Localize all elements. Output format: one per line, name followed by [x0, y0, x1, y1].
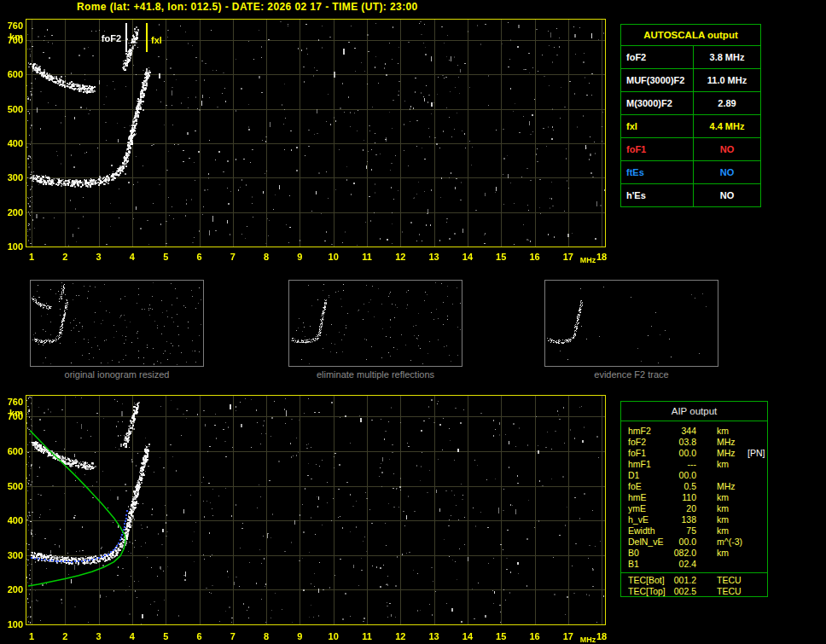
aip-unit: TECU [696, 586, 744, 597]
top-ionogram-plot [0, 15, 614, 271]
aip-note [744, 514, 767, 525]
aip-lbl: hmE [628, 492, 669, 503]
aip-unit: km [696, 426, 744, 437]
thumbnail-evidence-canvas [545, 281, 718, 366]
aip-row-fof1: foF100.0MHz[PN] [621, 448, 767, 459]
aip-note [744, 470, 767, 481]
aip-note [744, 437, 767, 448]
aip-row-hve: h_vE138km [621, 514, 767, 525]
autoscala-row-fof2: foF23.8 MHz [621, 45, 760, 68]
aip-lbl: Ewidth [628, 525, 669, 537]
aip-unit: MHz [696, 437, 744, 448]
thumbnail-original-canvas [31, 281, 203, 366]
aip-table-rows: hmF2344kmfoF203.8MHzfoF100.0MHz[PN]hmF1-… [621, 421, 767, 597]
station-date-title: Rome (lat: +41.8, lon: 012.5) - DATE: 20… [77, 1, 418, 13]
aip-val: 00.0 [669, 448, 696, 459]
aip-unit: MHz [696, 448, 744, 459]
aip-lbl: TEC[Bot] [628, 575, 669, 586]
parameter-value: 2.89 [693, 92, 760, 114]
parameter-value: 11.0 MHz [693, 69, 760, 91]
parameter-value: 3.8 MHz [693, 46, 760, 68]
autoscala-row-muf3000f2: MUF(3000)F211.0 MHz [621, 68, 760, 91]
parameter-label: foF1 [621, 138, 693, 160]
thumbnail-caption-eliminate: eliminate multiple reflections [288, 369, 462, 381]
aip-val: 001.2 [669, 575, 696, 586]
aip-val: 138 [669, 514, 696, 525]
parameter-label: foF2 [621, 46, 693, 68]
aip-unit [696, 559, 744, 570]
aip-lbl: B0 [628, 548, 669, 559]
autoscala-output-table: AUTOSCALA output foF23.8 MHzMUF(3000)F21… [620, 24, 761, 207]
aip-val: 75 [669, 525, 696, 537]
aip-lbl: h_vE [628, 514, 669, 525]
aip-unit: MHz [696, 481, 744, 492]
autoscala-row-hes: h'EsNO [621, 183, 760, 206]
thumbnail-eliminate-canvas [289, 281, 462, 366]
aip-row-d1: D100.0 [621, 470, 767, 481]
aip-row-hmf2: hmF2344km [621, 426, 767, 437]
aip-note: [PN] [744, 448, 767, 459]
aip-row-tecbot: TEC[Bot]001.2TECU [621, 575, 767, 586]
aip-note [744, 586, 767, 597]
parameter-value: NO [693, 138, 760, 160]
parameter-value: NO [693, 161, 760, 183]
parameter-value: 4.4 MHz [693, 115, 760, 137]
aip-lbl: DelN_vE [628, 537, 669, 548]
aip-unit: km [696, 492, 744, 503]
aip-note [744, 459, 767, 470]
thumbnail-caption-original: original ionogram resized [30, 369, 204, 381]
aip-table-title: AIP output [621, 402, 767, 421]
aip-val: 02.4 [669, 559, 696, 570]
aip-note [744, 537, 767, 548]
aip-lbl: hmF1 [628, 459, 669, 470]
aip-row-delnve: DelN_vE00.0m^(-3) [621, 537, 767, 548]
aip-lbl: D1 [628, 470, 669, 481]
parameter-value: NO [693, 184, 760, 206]
aip-lbl: B1 [628, 559, 669, 570]
aip-val: 082.0 [669, 548, 696, 559]
aip-val: 20 [669, 503, 696, 514]
aip-row-foe: foE0.5MHz [621, 481, 767, 492]
autoscala-row-fxi: fxI4.4 MHz [621, 114, 760, 137]
aip-lbl: TEC[Top] [628, 586, 669, 597]
thumbnail-original-ionogram [30, 280, 204, 367]
parameter-label: ftEs [621, 161, 693, 183]
aip-note [744, 575, 767, 586]
aip-unit: km [696, 503, 744, 514]
aip-separator [621, 572, 767, 573]
aip-val: 03.8 [669, 437, 696, 448]
aip-unit: TECU [696, 575, 744, 586]
thumbnail-evidence-f2 [544, 280, 718, 367]
thumbnail-eliminate-reflections [288, 280, 462, 367]
autoscala-row-fof1: foF1NO [621, 137, 760, 160]
aip-val: 00.0 [669, 470, 696, 481]
aip-lbl: foE [628, 481, 669, 492]
aip-unit: km [696, 514, 744, 525]
aip-note [744, 548, 767, 559]
aip-lbl: foF1 [628, 448, 669, 459]
aip-unit: km [696, 548, 744, 559]
aip-lbl: ymE [628, 503, 669, 514]
aip-row-ewidth: Ewidth75km [621, 525, 767, 537]
aip-row-yme: ymE20km [621, 503, 767, 514]
aip-note [744, 426, 767, 437]
aip-output-table: AIP output hmF2344kmfoF203.8MHzfoF100.0M… [620, 401, 768, 597]
aip-val: 110 [669, 492, 696, 503]
autoscala-row-m3000f2: M(3000)F22.89 [621, 91, 760, 114]
aip-val: --- [669, 459, 696, 470]
autoscala-row-ftes: ftEsNO [621, 160, 760, 183]
aip-note [744, 481, 767, 492]
aip-val: 344 [669, 426, 696, 437]
aip-val: 00.0 [669, 537, 696, 548]
aip-row-hmf1: hmF1---km [621, 459, 767, 470]
aip-unit: km [696, 459, 744, 470]
parameter-label: M(3000)F2 [621, 92, 693, 114]
aip-unit: km [696, 525, 744, 537]
aip-row-hme: hmE110km [621, 492, 767, 503]
aip-row-b1: B102.4 [621, 559, 767, 570]
aip-row-fof2: foF203.8MHz [621, 437, 767, 448]
parameter-label: MUF(3000)F2 [621, 69, 693, 91]
autoscala-table-rows: foF23.8 MHzMUF(3000)F211.0 MHzM(3000)F22… [621, 45, 760, 206]
aip-lbl: hmF2 [628, 426, 669, 437]
parameter-label: h'Es [621, 184, 693, 206]
